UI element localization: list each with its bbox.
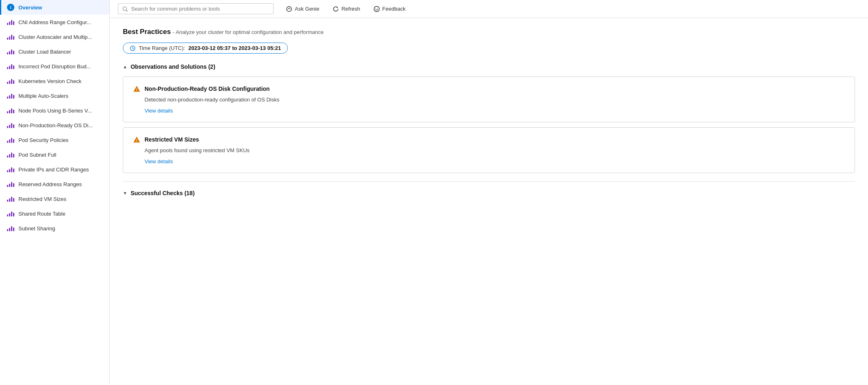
sidebar-item-shared-route[interactable]: Shared Route Table [0,206,109,221]
sidebar-item-label: Restricted VM Sizes [18,196,66,202]
sidebar-item-load-balancer[interactable]: Cluster Load Balancer [0,44,109,59]
card-title: ! Non-Production-Ready OS Disk Configura… [133,85,845,92]
search-icon [122,6,128,12]
bar-chart-icon [7,122,14,129]
refresh-button[interactable]: Refresh [330,4,363,14]
successful-label: Successful Checks (18) [131,190,194,196]
ask-genie-button[interactable]: Ask Genie [283,4,322,14]
svg-text:!: ! [136,138,138,142]
content-area: Best Practices - Analyze your cluster fo… [110,18,868,385]
page-title: Best Practices - Analyze your cluster fo… [123,28,323,36]
observations-section-header[interactable]: ▲ Observations and Solutions (2) [123,63,855,70]
sidebar: iOverview CNI Address Range Configur... … [0,0,110,385]
card-title: ! Restricted VM Sizes [133,136,845,143]
observations-cards: ! Non-Production-Ready OS Disk Configura… [123,77,855,173]
view-details-link[interactable]: View details [145,108,173,114]
svg-line-1 [126,10,127,11]
card-description: Detected non-production-ready configurat… [145,97,845,103]
observations-label: Observations and Solutions (2) [131,63,215,70]
bar-chart-icon [7,48,14,55]
bar-chart-icon [7,210,14,217]
sidebar-item-label: Cluster Load Balancer [18,49,71,55]
sidebar-item-label: Subnet Sharing [18,225,55,232]
bar-chart-icon [7,151,14,158]
bar-chart-icon [7,195,14,203]
view-details-link[interactable]: View details [145,158,173,164]
sidebar-item-label: Kubernetes Version Check [18,78,81,84]
sidebar-item-label: Pod Subnet Full [18,152,57,158]
sidebar-item-autoscaler[interactable]: Cluster Autoscaler and Multip... [0,29,109,44]
observation-card-restricted-vm: ! Restricted VM Sizes Agent pools found … [123,127,855,173]
svg-rect-2 [287,7,292,11]
page-header: Best Practices - Analyze your cluster fo… [123,28,855,36]
section-divider [123,181,855,182]
svg-point-3 [374,6,379,11]
bar-chart-icon [7,33,14,41]
sidebar-item-pod-security[interactable]: Pod Security Policies [0,133,109,147]
card-description: Agent pools found using restricted VM SK… [145,147,845,153]
bar-chart-icon [7,18,14,26]
sidebar-item-label: Private IPs and CIDR Ranges [18,167,89,173]
sidebar-item-label: Reserved Address Ranges [18,181,82,187]
sidebar-item-non-production[interactable]: Non-Production-Ready OS Di... [0,118,109,133]
bar-chart-icon [7,136,14,144]
sidebar-item-private-ips[interactable]: Private IPs and CIDR Ranges [0,162,109,177]
bar-chart-icon [7,107,14,114]
sidebar-item-k8s-version[interactable]: Kubernetes Version Check [0,74,109,88]
bar-chart-icon [7,92,14,99]
svg-line-8 [133,48,134,49]
main-panel: Ask Genie Refresh Feedback [110,0,868,385]
sidebar-item-label: Pod Security Policies [18,137,68,143]
sidebar-item-overview[interactable]: iOverview [0,0,109,15]
svg-point-4 [375,8,376,9]
sidebar-item-reserved-ranges[interactable]: Reserved Address Ranges [0,177,109,191]
expand-chevron: ▼ [123,191,127,196]
bar-chart-icon [7,180,14,188]
time-range-pill[interactable]: Time Range (UTC): 2023-03-12 05:37 to 20… [123,43,288,54]
card-title-text: Restricted VM Sizes [145,136,199,143]
sidebar-item-subnet-sharing[interactable]: Subnet Sharing [0,221,109,236]
sidebar-item-restricted-vm[interactable]: Restricted VM Sizes [0,191,109,206]
successful-section-header[interactable]: ▼ Successful Checks (18) [123,190,855,196]
sidebar-item-pod-subnet[interactable]: Pod Subnet Full [0,147,109,162]
sidebar-item-cni[interactable]: CNI Address Range Configur... [0,15,109,29]
bar-chart-icon [7,225,14,232]
observation-card-os-disk: ! Non-Production-Ready OS Disk Configura… [123,77,855,122]
sidebar-item-label: Overview [18,5,42,11]
topbar: Ask Genie Refresh Feedback [110,0,868,18]
svg-text:!: ! [136,88,138,92]
sidebar-item-label: Multiple Auto-Scalers [18,93,68,99]
search-input[interactable] [131,6,269,12]
sidebar-item-label: Shared Route Table [18,211,66,217]
collapse-chevron: ▲ [123,64,127,69]
refresh-icon [332,6,339,12]
genie-icon [286,6,292,12]
sidebar-item-label: CNI Address Range Configur... [18,19,91,25]
svg-point-5 [377,8,378,9]
card-title-text: Non-Production-Ready OS Disk Configurati… [145,86,270,92]
sidebar-item-label: Cluster Autoscaler and Multip... [18,34,92,40]
feedback-icon [373,6,380,12]
warning-icon: ! [133,136,140,143]
bar-chart-icon [7,63,14,70]
feedback-button[interactable]: Feedback [371,4,408,14]
search-box[interactable] [118,3,274,14]
clock-icon [130,45,136,51]
bar-chart-icon [7,166,14,173]
sidebar-item-label: Non-Production-Ready OS Di... [18,122,93,128]
topbar-actions: Ask Genie Refresh Feedback [283,4,408,14]
sidebar-item-pod-disruption[interactable]: Incorrect Pod Disruption Bud... [0,59,109,74]
sidebar-item-node-pools[interactable]: Node Pools Using B-Series V... [0,103,109,118]
bar-chart-icon [7,77,14,85]
warning-icon: ! [133,85,140,92]
sidebar-item-auto-scalers[interactable]: Multiple Auto-Scalers [0,88,109,103]
time-range-label: Time Range (UTC): [139,45,185,51]
info-icon: i [7,4,14,11]
sidebar-item-label: Node Pools Using B-Series V... [18,108,92,114]
time-range-value: 2023-03-12 05:37 to 2023-03-13 05:21 [188,45,281,51]
sidebar-item-label: Incorrect Pod Disruption Bud... [18,63,91,70]
